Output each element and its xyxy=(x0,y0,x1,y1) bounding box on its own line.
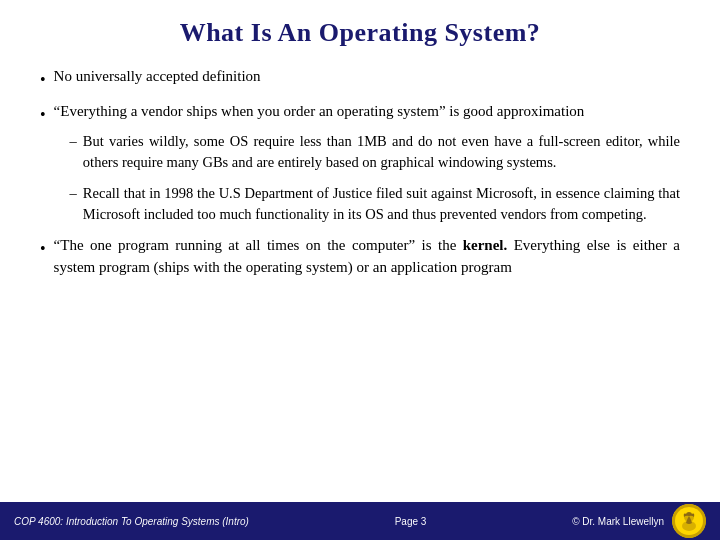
bullet-dot-2: • xyxy=(40,103,46,126)
bullet-text-2: “Everything a vendor ships when you orde… xyxy=(54,103,585,119)
sub-text-1: But varies wildly, some OS require less … xyxy=(83,131,680,173)
bullet-dot-1: • xyxy=(40,68,46,91)
ucf-logo xyxy=(672,504,706,538)
bullet-3-bold: kernel. xyxy=(463,237,508,253)
footer-right-area: © Dr. Mark Llewellyn xyxy=(572,504,706,538)
footer-page: Page 3 xyxy=(395,516,427,527)
bullet-text-3: “The one program running at all times on… xyxy=(54,235,680,279)
sub-item-1: – But varies wildly, some OS require les… xyxy=(70,131,680,173)
bullet-3: • “The one program running at all times … xyxy=(40,235,680,279)
bullet-1: • No universally accepted definition xyxy=(40,66,680,91)
sub-dash-1: – xyxy=(70,131,77,152)
slide-title: What Is An Operating System? xyxy=(0,0,720,62)
bullet-2: • “Everything a vendor ships when you or… xyxy=(40,101,680,225)
footer-copyright: © Dr. Mark Llewellyn xyxy=(572,516,664,527)
sub-items-2: – But varies wildly, some OS require les… xyxy=(70,131,680,225)
footer-course: COP 4600: Introduction To Operating Syst… xyxy=(14,516,249,527)
slide-footer: COP 4600: Introduction To Operating Syst… xyxy=(0,502,720,540)
bullet-text-1: No universally accepted definition xyxy=(54,66,680,88)
sub-item-2: – Recall that in 1998 the U.S Department… xyxy=(70,183,680,225)
bullet-dot-3: • xyxy=(40,237,46,260)
bullet-3-before: “The one program running at all times on… xyxy=(54,237,463,253)
sub-text-2: Recall that in 1998 the U.S Department o… xyxy=(83,183,680,225)
slide: What Is An Operating System? • No univer… xyxy=(0,0,720,540)
sub-dash-2: – xyxy=(70,183,77,204)
slide-content: • No universally accepted definition • “… xyxy=(0,62,720,502)
